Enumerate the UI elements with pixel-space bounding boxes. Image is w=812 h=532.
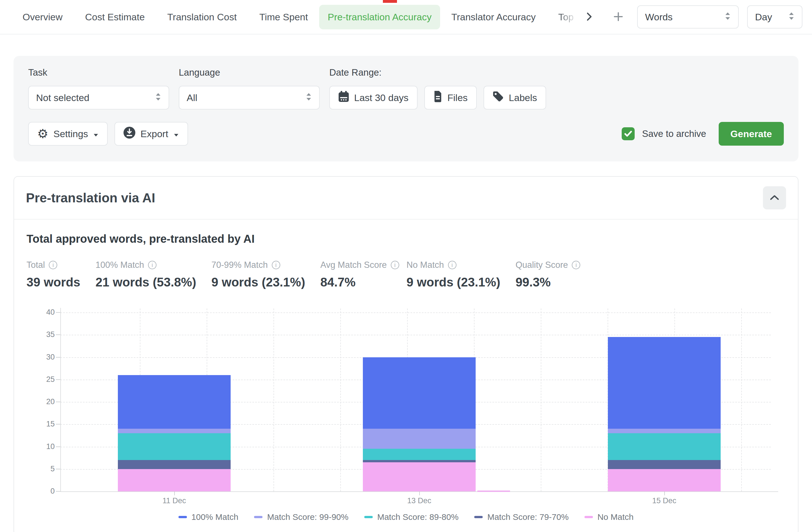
- bar-segment[interactable]: [118, 460, 231, 469]
- y-gridline: [60, 335, 771, 335]
- bar-segment[interactable]: [608, 469, 721, 491]
- nav-selects: Words Day: [637, 5, 802, 28]
- save-to-archive-toggle[interactable]: Save to archive: [622, 127, 706, 140]
- tab-pre-translation-accuracy[interactable]: Pre-translation Accuracy: [319, 5, 440, 29]
- legend-item[interactable]: Match Score: 99-90%: [254, 512, 348, 522]
- tab-cost-estimate[interactable]: Cost Estimate: [85, 12, 145, 23]
- y-axis-tick-label: 40: [35, 308, 55, 317]
- info-icon[interactable]: i: [391, 261, 399, 269]
- y-axis-tick: [56, 312, 60, 313]
- legend-item[interactable]: No Match: [584, 512, 634, 522]
- y-axis-tick-label: 25: [35, 375, 55, 384]
- tab-time-spent[interactable]: Time Spent: [259, 12, 308, 23]
- bar-segment[interactable]: [118, 469, 231, 491]
- stacked-bar-chart: 051015202530354011 Dec13 Dec15 Dec100% M…: [27, 300, 785, 532]
- bar-segment[interactable]: [608, 337, 721, 429]
- task-select[interactable]: Not selected: [28, 86, 169, 110]
- stat-label: 70-99% Match: [212, 260, 268, 270]
- info-icon[interactable]: i: [448, 261, 456, 269]
- settings-button[interactable]: ⚙ Settings: [28, 122, 108, 145]
- stat-no-match: No Matchi 9 words (23.1%): [407, 260, 501, 289]
- stat-value: 84.7%: [320, 275, 399, 289]
- info-icon[interactable]: i: [49, 261, 57, 269]
- bar-segment[interactable]: [608, 460, 721, 469]
- legend-item[interactable]: 100% Match: [178, 512, 238, 522]
- stat-total: Totali 39 words: [27, 260, 81, 289]
- tab-translator-accuracy[interactable]: Translator Accuracy: [451, 12, 536, 23]
- date-range-label: Date Range:: [329, 67, 546, 78]
- stat-100-match: 100% Matchi 21 words (53.8%): [96, 260, 196, 289]
- x-axis-category-label: 13 Dec: [407, 496, 431, 505]
- y-axis-tick: [56, 469, 60, 470]
- x-gridline: [274, 308, 274, 491]
- report-card: Pre-translation via AI Total approved wo…: [14, 176, 798, 532]
- legend-color-dash: [178, 516, 187, 518]
- bar-segment[interactable]: [363, 462, 476, 491]
- task-select-value: Not selected: [36, 92, 89, 103]
- labels-button[interactable]: Labels: [483, 86, 546, 110]
- stat-label: Avg Match Score: [320, 260, 387, 270]
- legend-label: No Match: [597, 512, 634, 522]
- x-gridline: [340, 308, 341, 491]
- date-range-button[interactable]: Last 30 days: [329, 86, 418, 110]
- tab-top-truncated[interactable]: Top: [558, 12, 579, 23]
- download-icon: [124, 127, 135, 141]
- info-icon[interactable]: i: [572, 261, 580, 269]
- y-axis-tick: [56, 402, 60, 402]
- x-axis-tick: [174, 491, 175, 495]
- language-label: Language: [179, 67, 320, 78]
- x-gridline: [741, 308, 742, 491]
- info-icon[interactable]: i: [148, 261, 157, 269]
- bar-segment[interactable]: [118, 429, 231, 433]
- legend-color-dash: [584, 516, 593, 518]
- bar-segment[interactable]: [363, 429, 476, 449]
- legend-color-dash: [254, 516, 262, 518]
- generate-button[interactable]: Generate: [719, 122, 784, 145]
- export-button[interactable]: Export: [115, 122, 188, 145]
- bar-segment[interactable]: [608, 429, 721, 433]
- tabs-overflow-button[interactable]: [586, 12, 593, 22]
- unit-select[interactable]: Words: [637, 5, 739, 28]
- bar-segment[interactable]: [363, 460, 476, 462]
- collapse-section-button[interactable]: [763, 186, 786, 209]
- language-select[interactable]: All: [179, 86, 320, 110]
- legend-color-dash: [474, 516, 483, 518]
- checkbox-checked-icon: [622, 127, 635, 140]
- top-red-indicator: [383, 0, 397, 3]
- bar-segment[interactable]: [363, 357, 476, 429]
- chart-legend: 100% MatchMatch Score: 99-90%Match Score…: [27, 512, 785, 522]
- settings-button-label: Settings: [53, 128, 88, 139]
- period-select[interactable]: Day: [747, 5, 802, 28]
- report-tabs: Overview Cost Estimate Translation Cost …: [23, 5, 624, 29]
- legend-item[interactable]: Match Score: 79-70%: [474, 512, 568, 522]
- bar-segment[interactable]: [608, 433, 721, 460]
- stat-value: 39 words: [27, 275, 81, 289]
- stats-row: Totali 39 words 100% Matchi 21 words (53…: [27, 260, 785, 289]
- stat-label: Quality Score: [516, 260, 568, 270]
- date-range-filter-group: Date Range: Last 30 days Files: [329, 67, 546, 110]
- bar-segment[interactable]: [118, 375, 231, 429]
- info-icon[interactable]: i: [272, 261, 280, 269]
- legend-label: Match Score: 79-70%: [487, 512, 568, 522]
- select-arrows-icon: [306, 92, 312, 103]
- x-axis-tick: [664, 491, 665, 495]
- stat-value: 99.3%: [516, 275, 580, 289]
- report-card-body: Total approved words, pre-translated by …: [14, 220, 798, 532]
- period-select-value: Day: [755, 12, 772, 23]
- legend-item[interactable]: Match Score: 89-80%: [364, 512, 459, 522]
- stat-avg-match-score: Avg Match Scorei 84.7%: [320, 260, 399, 289]
- tab-bar: Overview Cost Estimate Translation Cost …: [0, 0, 812, 34]
- stat-value: 9 words (23.1%): [407, 275, 501, 289]
- y-axis-tick-label: 10: [35, 442, 55, 451]
- add-report-tab-button[interactable]: [613, 11, 624, 23]
- filter-row: Task Not selected Language All Date Rang…: [28, 67, 784, 110]
- bar-segment[interactable]: [363, 449, 476, 460]
- gear-icon: ⚙: [37, 128, 48, 140]
- tag-icon: [493, 91, 504, 104]
- report-title: Pre-translation via AI: [26, 190, 155, 206]
- bar-segment[interactable]: [118, 433, 231, 460]
- tab-overview[interactable]: Overview: [23, 12, 62, 23]
- files-button[interactable]: Files: [424, 86, 477, 110]
- y-axis-tick-label: 0: [35, 487, 55, 495]
- tab-translation-cost[interactable]: Translation Cost: [167, 12, 236, 23]
